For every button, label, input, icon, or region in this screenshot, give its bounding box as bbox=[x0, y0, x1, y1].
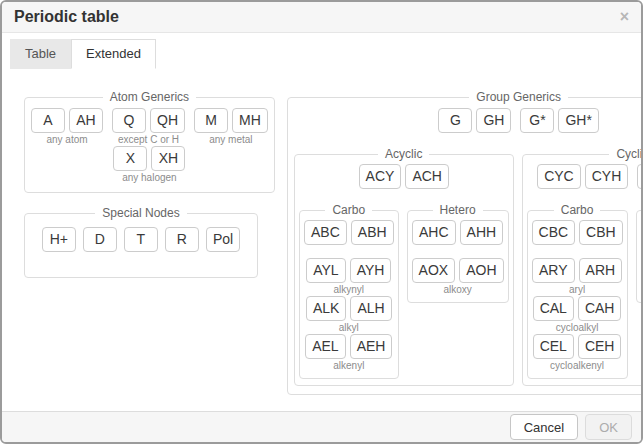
generic-button-g[interactable]: G* bbox=[520, 108, 554, 133]
button-group: H+DTRPol bbox=[42, 227, 240, 265]
button-row: CBCCBH bbox=[532, 220, 623, 258]
generic-button-aeh[interactable]: AEH bbox=[350, 334, 393, 359]
acyclic-carbo-legend: Carbo bbox=[325, 203, 372, 217]
generic-button-q[interactable]: Q bbox=[112, 108, 146, 133]
special-nodes-rows: H+DTRPol bbox=[31, 224, 251, 269]
generic-button-ceh[interactable]: CEH bbox=[578, 334, 622, 359]
dialog-title: Periodic table bbox=[14, 8, 620, 26]
button-row: CYCCYH CXXCXHno carbon bbox=[537, 164, 641, 202]
generic-button-h[interactable]: H+ bbox=[42, 227, 76, 252]
generic-button-cel[interactable]: CEL bbox=[533, 334, 574, 359]
acyclic-rows: ACYACH bbox=[299, 164, 509, 202]
generic-button-acy[interactable]: ACY bbox=[359, 164, 402, 189]
generic-button-r[interactable]: R bbox=[165, 227, 199, 252]
button-row: ARYARHaryl bbox=[532, 258, 622, 296]
group-caption: alkyl bbox=[339, 322, 359, 334]
generic-button-cbh[interactable]: CBH bbox=[579, 220, 623, 245]
generic-button-t[interactable]: T bbox=[124, 227, 158, 252]
generic-button-ahc[interactable]: AHC bbox=[412, 220, 456, 245]
tab-extended[interactable]: Extended bbox=[71, 39, 156, 69]
generic-button-ary[interactable]: ARY bbox=[532, 258, 575, 283]
button-row: AOXAOHalkoxy bbox=[412, 258, 504, 296]
cyclic-legend: Cyclic bbox=[609, 147, 641, 161]
group-generics-section: Group Generics GGH G*GH* Acyclic ACYACH … bbox=[287, 90, 641, 395]
cyclic-hetero-section: Hetero CHCCHH HARHAHhetero aryl bbox=[636, 203, 641, 303]
generic-button-cyh[interactable]: CYH bbox=[585, 164, 629, 189]
button-row: XXHany halogen bbox=[113, 146, 185, 184]
button-group: ALKALHalkyl bbox=[306, 296, 392, 334]
ok-button[interactable]: OK bbox=[585, 414, 632, 440]
generic-button-abh[interactable]: ABH bbox=[351, 220, 394, 245]
generic-button-x[interactable]: X bbox=[113, 146, 147, 171]
generic-button-cal[interactable]: CAL bbox=[533, 296, 574, 321]
button-group: ARYARHaryl bbox=[532, 258, 622, 296]
acyclic-carbo-rows: ABCABH AYLAYHalkynylALKALHalkylAELAEHalk… bbox=[304, 220, 394, 372]
generic-button-cbc[interactable]: CBC bbox=[532, 220, 576, 245]
generic-button-cah[interactable]: CAH bbox=[578, 296, 622, 321]
button-line: CBCCBH bbox=[532, 220, 623, 245]
close-icon[interactable]: × bbox=[620, 9, 629, 25]
generic-button-ahh[interactable]: AHH bbox=[460, 220, 504, 245]
generic-button-alk[interactable]: ALK bbox=[306, 296, 346, 321]
cancel-button[interactable]: Cancel bbox=[510, 414, 578, 440]
generic-button-ah[interactable]: AH bbox=[69, 108, 103, 133]
dialog-footer: Cancel OK bbox=[2, 411, 641, 442]
acyclic-hetero-section: Hetero AHCAHH AOXAOHalkoxy bbox=[407, 203, 509, 303]
generic-button-ayl[interactable]: AYL bbox=[306, 258, 345, 283]
button-line: CXXCXH bbox=[637, 164, 641, 189]
group-generics-legend: Group Generics bbox=[469, 90, 568, 104]
generic-button-qh[interactable]: QH bbox=[150, 108, 185, 133]
button-line: QQH bbox=[112, 108, 185, 133]
group-caption bbox=[558, 134, 561, 146]
generic-button-abc[interactable]: ABC bbox=[304, 220, 347, 245]
generic-button-ayh[interactable]: AYH bbox=[350, 258, 392, 283]
tab-bar: Table Extended bbox=[2, 33, 641, 69]
cyclic-subsections: Carbo CBCCBH ARYARHarylCALCAHcycloalkylC… bbox=[527, 203, 641, 379]
generic-button-aox[interactable]: AOX bbox=[412, 258, 456, 283]
button-line: H+DTRPol bbox=[42, 227, 240, 252]
generic-button-arh[interactable]: ARH bbox=[579, 258, 623, 283]
special-nodes-legend: Special Nodes bbox=[95, 206, 186, 220]
button-line: AAH bbox=[31, 108, 103, 133]
acyclic-legend: Acyclic bbox=[378, 147, 429, 161]
group-caption bbox=[581, 190, 584, 202]
button-group: AELAEHalkenyl bbox=[305, 334, 392, 372]
generic-button-ael[interactable]: AEL bbox=[305, 334, 345, 359]
cyclic-rows: CYCCYH CXXCXHno carbon bbox=[527, 164, 641, 202]
group-caption bbox=[576, 246, 579, 258]
generic-button-pol[interactable]: Pol bbox=[206, 227, 240, 252]
button-group: AAHany atom bbox=[31, 108, 103, 146]
cyclic-section: Cyclic CYCCYH CXXCXHno carbon Carbo CBCC… bbox=[522, 147, 641, 386]
generic-button-xh[interactable]: XH bbox=[151, 146, 185, 171]
generic-button-a[interactable]: A bbox=[31, 108, 65, 133]
generic-button-ach[interactable]: ACH bbox=[405, 164, 449, 189]
generic-button-mh[interactable]: MH bbox=[232, 108, 268, 133]
button-row: CELCEHcycloalkenyl bbox=[533, 334, 622, 372]
generic-button-d[interactable]: D bbox=[83, 227, 117, 252]
generic-button-cyc[interactable]: CYC bbox=[537, 164, 581, 189]
generic-button-cxx[interactable]: CXX bbox=[637, 164, 641, 189]
generic-button-aoh[interactable]: AOH bbox=[459, 258, 503, 283]
button-line: ABCABH bbox=[304, 220, 394, 245]
generic-button-alh[interactable]: ALH bbox=[350, 296, 391, 321]
button-row: AELAEHalkenyl bbox=[305, 334, 392, 372]
generic-button-m[interactable]: M bbox=[194, 108, 228, 133]
button-group: AHCAHH bbox=[412, 220, 503, 258]
special-nodes-section: Special Nodes H+DTRPol bbox=[24, 206, 258, 278]
generic-button-gh[interactable]: GH* bbox=[558, 108, 598, 133]
generic-button-gh[interactable]: GH bbox=[476, 108, 511, 133]
button-row: GGH G*GH* bbox=[438, 108, 598, 146]
acyclic-carbo-section: Carbo ABCABH AYLAYHalkynylALKALHalkylAEL… bbox=[299, 203, 399, 379]
generic-button-g[interactable]: G bbox=[438, 108, 472, 133]
button-group: XXHany halogen bbox=[113, 146, 185, 184]
cyclic-carbo-section: Carbo CBCCBH ARYARHarylCALCAHcycloalkylC… bbox=[527, 203, 628, 379]
button-row: AAHany atomQQHexcept C or HMMHany metal bbox=[31, 108, 268, 146]
group-caption bbox=[456, 246, 459, 258]
button-group: CYCCYH bbox=[537, 164, 628, 202]
acyclic-section: Acyclic ACYACH Carbo ABCABH AYLAYHalkyny… bbox=[294, 147, 514, 386]
acyclic-hetero-rows: AHCAHH AOXAOHalkoxy bbox=[412, 220, 504, 296]
atom-generics-legend: Atom Generics bbox=[103, 90, 196, 104]
button-line: XXH bbox=[113, 146, 185, 171]
tab-table[interactable]: Table bbox=[10, 39, 71, 69]
dialog-header: Periodic table × bbox=[2, 2, 641, 33]
